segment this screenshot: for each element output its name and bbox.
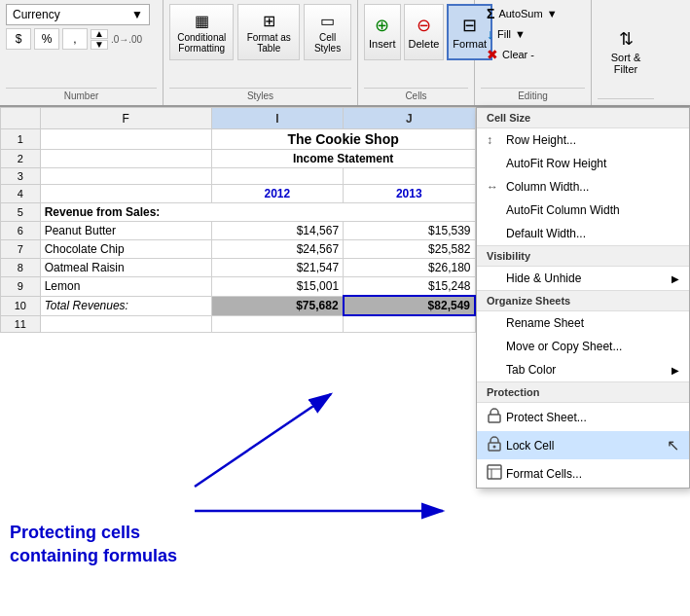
decimal-controls: ▲ ▼	[91, 29, 108, 50]
autofit-col-item[interactable]: AutoFit Column Width	[477, 199, 689, 222]
autosum-label: AutoSum	[498, 8, 542, 19]
col-F-header[interactable]: F	[40, 108, 211, 129]
table-row: 3	[1, 168, 476, 185]
lemon-label[interactable]: Lemon	[40, 277, 211, 297]
annotation-line1: Protecting cells	[10, 523, 140, 542]
editing-group: Σ AutoSum ▼ ↓ Fill ▼ ✖ Clear - Editing	[475, 0, 592, 105]
lemon-2013[interactable]: $15,248	[344, 277, 475, 297]
lock-cell-item[interactable]: Lock Cell ↖	[477, 431, 689, 459]
protection-header: Protection	[477, 381, 689, 403]
number-group: Currency ▼ $ % , ▲ ▼ .0→.00 Number	[0, 0, 163, 105]
styles-buttons: ▦ ConditionalFormatting ⊞ Format asTable…	[169, 4, 351, 88]
default-width-item[interactable]: Default Width...	[477, 222, 689, 245]
lemon-2012[interactable]: $15,001	[211, 277, 343, 297]
protect-sheet-item[interactable]: Protect Sheet...	[477, 403, 689, 431]
cell-F1[interactable]	[40, 129, 211, 150]
cell-styles-icon: ▭	[320, 12, 335, 30]
table-row: 4 2012 2013	[1, 185, 476, 203]
cursor-indicator: ↖	[667, 436, 679, 454]
format-cells-item[interactable]: Format Cells...	[477, 459, 689, 488]
svg-rect-7	[488, 465, 501, 479]
peanut-2013[interactable]: $15,539	[344, 222, 475, 240]
cell-F4[interactable]	[40, 185, 211, 203]
conditional-formatting-label: ConditionalFormatting	[177, 32, 226, 54]
col-J-header[interactable]: J	[344, 108, 475, 129]
fill-icon: ↓	[487, 26, 493, 42]
oatmeal-label[interactable]: Oatmeal Raisin	[40, 259, 211, 277]
fill-arrow: ▼	[515, 28, 526, 40]
format-table-icon: ⊞	[263, 12, 275, 30]
insert-button[interactable]: ⊕ Insert	[364, 4, 401, 60]
rename-sheet-item[interactable]: Rename Sheet	[477, 311, 689, 335]
dollar-button[interactable]: $	[6, 28, 31, 50]
spreadsheet-area: F I J 1 The Cookie Shop 2 Income Stateme…	[0, 107, 476, 616]
cell-styles-label: CellStyles	[314, 32, 341, 54]
decrease-decimal-button[interactable]: ▼	[91, 40, 108, 50]
row-num-header	[1, 108, 41, 129]
clear-icon: ✖	[487, 47, 498, 62]
cell-F3[interactable]	[40, 168, 211, 185]
table-row: 11	[1, 315, 476, 332]
format-as-table-button[interactable]: ⊞ Format asTable	[237, 4, 300, 60]
move-copy-label: Move or Copy Sheet...	[506, 340, 622, 353]
choc-2012[interactable]: $24,567	[211, 240, 343, 259]
cell-I3[interactable]	[211, 168, 343, 185]
format-dropdown-label: Currency	[13, 8, 60, 21]
insert-icon: ⊕	[375, 15, 389, 36]
peanut-label[interactable]: Peanut Butter	[40, 222, 211, 240]
row-num-1: 1	[1, 129, 41, 150]
rename-sheet-label: Rename Sheet	[506, 316, 584, 330]
choc-2013[interactable]: $25,582	[344, 240, 475, 259]
total-label-cell[interactable]: Total Revenues:	[40, 296, 211, 315]
sort-label: Sort &Filter	[611, 52, 641, 75]
clear-button[interactable]: ✖ Clear -	[481, 45, 585, 64]
organize-sheets-header: Organize Sheets	[477, 290, 689, 311]
sort-group: ⇅ Sort &Filter	[592, 0, 660, 105]
col-header-row: F I J	[1, 108, 476, 129]
hide-unhide-arrow: ▶	[672, 273, 679, 284]
total-2012-cell[interactable]: $75,682	[211, 296, 343, 315]
tab-color-item[interactable]: Tab Color ▶	[477, 358, 689, 381]
format-cells-label: Format Cells...	[506, 467, 582, 481]
sort-group-label	[598, 98, 654, 101]
row-height-item[interactable]: ↕ Row Height...	[477, 128, 689, 152]
autosum-button[interactable]: Σ AutoSum ▼	[481, 4, 585, 23]
year-2013-cell[interactable]: 2013	[344, 185, 475, 203]
subtitle-cell: Income Statement	[211, 150, 475, 168]
protect-sheet-label: Protect Sheet...	[506, 411, 587, 424]
move-copy-item[interactable]: Move or Copy Sheet...	[477, 335, 689, 358]
cell-F2[interactable]	[40, 150, 211, 168]
table-row: 7 Chocolate Chip $24,567 $25,582	[1, 240, 476, 259]
cell-J3[interactable]	[344, 168, 475, 185]
delete-label: Delete	[409, 38, 440, 50]
fill-button[interactable]: ↓ Fill ▼	[481, 24, 585, 44]
comma-button[interactable]: ,	[62, 28, 88, 50]
peanut-2012[interactable]: $14,567	[211, 222, 343, 240]
table-row: 1 The Cookie Shop	[1, 129, 476, 150]
delete-button[interactable]: ⊖ Delete	[404, 4, 445, 60]
choc-label[interactable]: Chocolate Chip	[40, 240, 211, 259]
oatmeal-2013[interactable]: $26,180	[344, 259, 475, 277]
sort-filter-button[interactable]: ⇅ Sort &Filter	[598, 4, 654, 98]
svg-line-1	[195, 394, 331, 487]
cell-styles-button[interactable]: ▭ CellStyles	[304, 4, 351, 60]
format-dropdown-menu: Cell Size ↕ Row Height... AutoFit Row He…	[476, 107, 690, 489]
lock-cell-label: Lock Cell	[506, 439, 554, 453]
spreadsheet-table: F I J 1 The Cookie Shop 2 Income Stateme…	[0, 107, 476, 333]
svg-point-6	[493, 446, 496, 449]
conditional-formatting-button[interactable]: ▦ ConditionalFormatting	[169, 4, 234, 60]
col-width-item[interactable]: ↔ Column Width...	[477, 175, 689, 199]
percent-button[interactable]: %	[34, 28, 59, 50]
col-I-header[interactable]: I	[211, 108, 343, 129]
fill-label: Fill	[497, 28, 511, 40]
oatmeal-2012[interactable]: $21,547	[211, 259, 343, 277]
year-2012-cell[interactable]: 2012	[211, 185, 343, 203]
increase-decimal-button[interactable]: ▲	[91, 29, 108, 39]
total-2013-cell[interactable]: $82,549	[344, 296, 475, 315]
cells-group: ⊕ Insert ⊖ Delete ⊟ Format Cells	[358, 0, 475, 105]
col-width-label: Column Width...	[506, 180, 589, 194]
hide-unhide-item[interactable]: Hide & Unhide ▶	[477, 267, 689, 290]
autofit-row-item[interactable]: AutoFit Row Height	[477, 152, 689, 175]
format-dropdown[interactable]: Currency ▼	[6, 4, 150, 25]
styles-group: ▦ ConditionalFormatting ⊞ Format asTable…	[163, 0, 358, 105]
